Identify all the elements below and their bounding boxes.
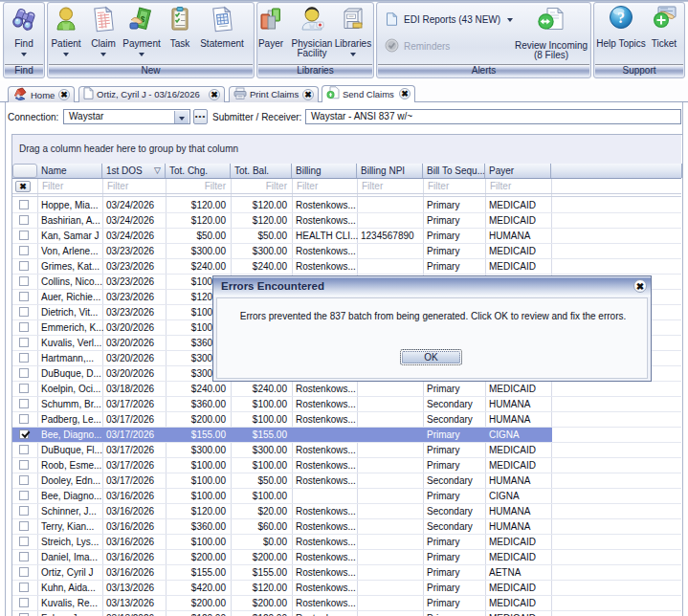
- svg-text:?: ?: [617, 10, 625, 26]
